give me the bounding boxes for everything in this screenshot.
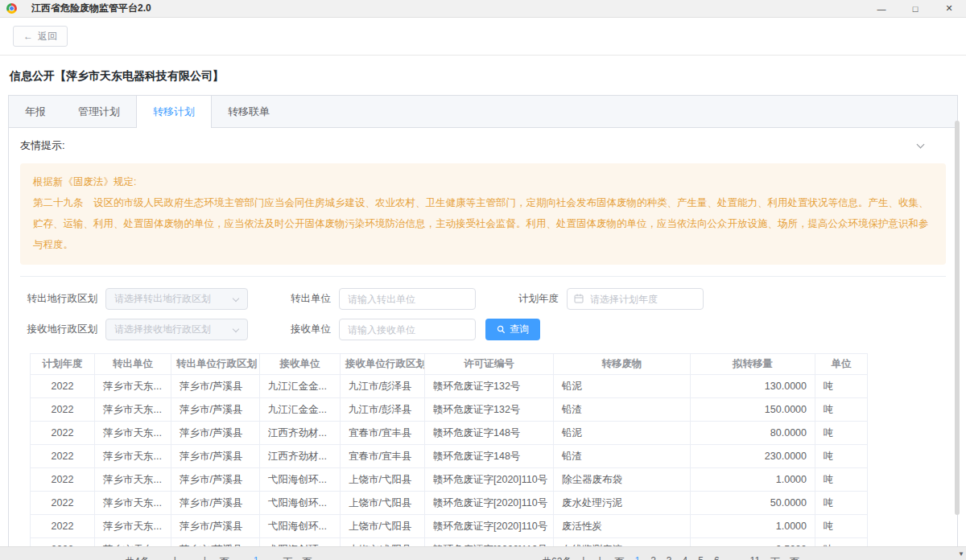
calendar-icon bbox=[574, 294, 584, 303]
table-cell: 150.0000 bbox=[691, 398, 815, 422]
table-cell: 铅泥 bbox=[554, 422, 691, 445]
pager-page-3[interactable]: 3 bbox=[667, 555, 672, 560]
table-cell: 230.0000 bbox=[691, 445, 815, 468]
table-row: 2022萍乡市天东...萍乡市/芦溪县弋阳海创环...上饶市/弋阳县赣环危废证字… bbox=[31, 515, 868, 538]
table-cell: 萍乡市/芦溪县 bbox=[171, 375, 260, 398]
table-body: 2022萍乡市天东...萍乡市/芦溪县九江汇金金...九江市/彭泽县赣环危废证字… bbox=[31, 375, 868, 560]
minimize-icon[interactable]: — bbox=[865, 0, 898, 17]
chevron-down-icon bbox=[233, 326, 239, 332]
plan-year-input[interactable] bbox=[567, 288, 704, 310]
table-cell: 吨 bbox=[815, 398, 868, 422]
table-cell: 宜春市/宜丰县 bbox=[341, 422, 425, 445]
plan-year-datepicker[interactable] bbox=[567, 288, 704, 310]
tab-2[interactable]: 转移计划 bbox=[136, 96, 212, 128]
pager-page-4[interactable]: 4 bbox=[683, 555, 688, 560]
table-cell: 上饶市/弋阳县 bbox=[341, 468, 425, 492]
notice-collapse-header[interactable]: 友情提示: bbox=[20, 128, 946, 163]
table-cell: 萍乡市/芦溪县 bbox=[171, 422, 260, 445]
table-cell: 九江市/彭泽县 bbox=[341, 398, 425, 422]
in-unit-input[interactable] bbox=[339, 319, 476, 340]
pager-page-1[interactable]: 1 bbox=[634, 555, 640, 560]
vertical-scrollbar[interactable] bbox=[955, 121, 960, 515]
bottom-strip: 共4条|上一页1下一页 共62条|上一页123456…11下一页 bbox=[0, 546, 966, 560]
table-cell: 萍乡市/芦溪县 bbox=[171, 515, 260, 538]
table-cell: 铅渣 bbox=[554, 445, 691, 468]
table-cell: 铅渣 bbox=[554, 398, 691, 422]
tabs-card: 年报管理计划转移计划转移联单 友情提示: 根据新《固废法》规定: 第二十九条 设… bbox=[8, 95, 958, 560]
table-cell: 1.0000 bbox=[691, 515, 815, 538]
table-cell: 2022 bbox=[31, 515, 95, 538]
chevron-down-icon bbox=[233, 295, 239, 302]
scrollbar-down-arrow-icon[interactable]: ▼ bbox=[958, 550, 964, 558]
table-cell: 50.0000 bbox=[691, 492, 815, 515]
table-cell: 萍乡市天东... bbox=[95, 375, 171, 398]
pager-page-11[interactable]: 11 bbox=[750, 555, 760, 560]
table-cell: 2022 bbox=[31, 422, 95, 445]
table-cell: 萍乡市/芦溪县 bbox=[171, 398, 260, 422]
out-unit-label: 转出单位 bbox=[284, 292, 331, 306]
pagination-right-clipped: 共62条|上一页123456…11下一页 bbox=[542, 555, 799, 560]
table-cell: 吨 bbox=[815, 375, 868, 398]
table-cell: 上饶市/弋阳县 bbox=[341, 515, 425, 538]
pager-page-1[interactable]: 1 bbox=[254, 555, 259, 560]
table-cell: 2022 bbox=[31, 492, 95, 515]
pager-next-button[interactable]: 下一页 bbox=[283, 555, 312, 560]
tab-1[interactable]: 管理计划 bbox=[62, 96, 136, 127]
plan-year-label: 计划年度 bbox=[512, 292, 559, 306]
table-cell: 萍乡市天东... bbox=[95, 445, 171, 468]
table-cell: 废活性炭 bbox=[554, 515, 691, 538]
table-cell: 赣环危废证字[2020]110号 bbox=[425, 492, 554, 515]
table-cell: 九江汇金金... bbox=[260, 375, 341, 398]
table-cell: 萍乡市/芦溪县 bbox=[171, 445, 260, 468]
out-unit-input[interactable] bbox=[339, 288, 476, 310]
table-cell: 江西齐劲材... bbox=[260, 422, 341, 445]
window-title: 江西省危险废物监管平台2.0 bbox=[31, 2, 151, 15]
transfer-plan-table: 计划年度转出单位转出单位行政区划接收单位接收单位行政区划许可证编号转移废物拟转移… bbox=[30, 353, 868, 560]
table-cell: 萍乡市/芦溪县 bbox=[171, 492, 260, 515]
table-cell: 赣环危废证字[2020]110号 bbox=[425, 468, 554, 492]
pager-page-…[interactable]: … bbox=[730, 555, 740, 560]
table-cell: 萍乡市天东... bbox=[95, 515, 171, 538]
in-region-select[interactable]: 请选择接收地行政区划 bbox=[105, 319, 248, 340]
filter-row-1: 转出地行政区划 请选择转出地行政区划 转出单位 计划年度 bbox=[20, 288, 946, 310]
table-cell: 赣环危废证字132号 bbox=[425, 398, 554, 422]
table-cell: 九江汇金金... bbox=[260, 398, 341, 422]
tab-0[interactable]: 年报 bbox=[9, 96, 62, 127]
pager-prev-button[interactable]: 上一页 bbox=[200, 555, 229, 560]
app-icon bbox=[6, 3, 17, 14]
pager-separator: | bbox=[582, 555, 584, 560]
table-cell: 吨 bbox=[815, 492, 868, 515]
table-cell: 废水处理污泥 bbox=[554, 492, 691, 515]
column-header: 转出单位 bbox=[95, 354, 171, 375]
table-cell: 吨 bbox=[815, 468, 868, 492]
table-cell: 萍乡市/芦溪县 bbox=[171, 468, 260, 492]
pagination-left-clipped: 共4条|上一页1下一页 bbox=[125, 555, 312, 560]
pager-page-6[interactable]: 6 bbox=[714, 555, 720, 560]
in-unit-label: 接收单位 bbox=[284, 323, 331, 336]
tab-bar: 年报管理计划转移计划转移联单 bbox=[9, 96, 957, 128]
table-header-row: 计划年度转出单位转出单位行政区划接收单位接收单位行政区划许可证编号转移废物拟转移… bbox=[31, 354, 868, 375]
pager-next-button[interactable]: 下一页 bbox=[770, 555, 799, 560]
pager-prev-button[interactable]: 上一页 bbox=[595, 555, 624, 560]
column-header: 转出单位行政区划 bbox=[171, 354, 260, 375]
close-icon[interactable]: ✕ bbox=[932, 0, 966, 17]
page-title: 信息公开【萍乡市天东电器科技有限公司】 bbox=[10, 69, 956, 84]
pager-page-5[interactable]: 5 bbox=[698, 555, 704, 560]
notice-body: 第二十九条 设区的市级人民政府生态环境主管部门应当会同住房城乡建设、农业农村、卫… bbox=[33, 192, 933, 255]
table-cell: 弋阳海创环... bbox=[260, 492, 341, 515]
column-header: 接收单位行政区划 bbox=[341, 354, 425, 375]
notice-collapse-title: 友情提示: bbox=[20, 138, 65, 153]
out-region-label: 转出地行政区划 bbox=[20, 292, 97, 306]
table-cell: 80.0000 bbox=[691, 422, 815, 445]
divider bbox=[20, 276, 946, 277]
maximize-icon[interactable]: □ bbox=[898, 0, 932, 17]
tab-3[interactable]: 转移联单 bbox=[212, 96, 286, 127]
out-region-select[interactable]: 请选择转出地行政区划 bbox=[105, 288, 248, 310]
table-cell: 九江市/彭泽县 bbox=[341, 375, 425, 398]
pager-page-2[interactable]: 2 bbox=[650, 555, 656, 560]
column-header: 拟转移量 bbox=[691, 354, 815, 375]
in-region-label: 接收地行政区划 bbox=[20, 323, 97, 336]
table-cell: 弋阳海创环... bbox=[260, 515, 341, 538]
search-button[interactable]: 查询 bbox=[485, 319, 540, 340]
back-button[interactable]: ← 返回 bbox=[13, 26, 68, 47]
